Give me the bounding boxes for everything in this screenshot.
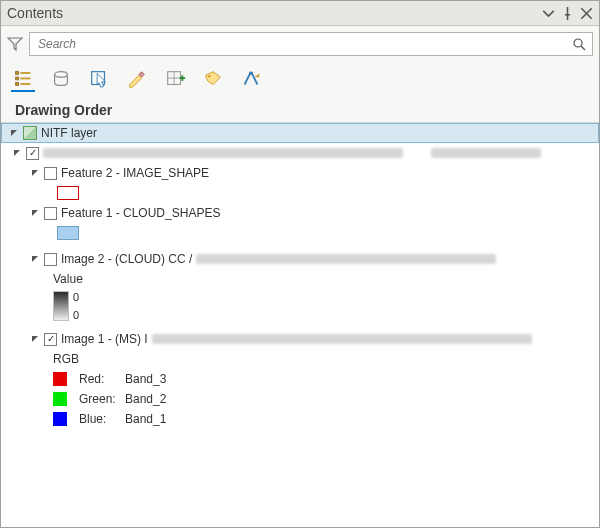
search-row [1,26,599,62]
svg-line-1 [581,46,585,50]
band-swatch-red [53,372,67,386]
rgb-composite-label: RGB [1,349,599,369]
band-channel: Green: [79,392,121,406]
band-row-red[interactable]: Red: Band_3 [1,369,599,389]
svg-point-8 [55,72,68,78]
group-layer-icon [23,126,37,140]
visibility-checkbox[interactable] [44,167,57,180]
symbol-swatch[interactable] [57,226,79,240]
tree-item-label: NITF layer [41,126,97,140]
search-icon[interactable] [572,37,586,51]
window-buttons [542,7,593,20]
tree-item-label: Image 1 - (MS) I [61,332,148,346]
visibility-checkbox[interactable] [44,207,57,220]
expand-icon[interactable] [29,334,40,345]
band-row-blue[interactable]: Blue: Band_1 [1,409,599,429]
band-row-green[interactable]: Green: Band_2 [1,389,599,409]
contents-pane: Contents [0,0,600,528]
tree-item-nitf-layer[interactable]: NITF layer [1,123,599,143]
list-by-drawing-order-button[interactable] [11,66,35,92]
tree-item-feature1[interactable]: Feature 1 - CLOUD_SHAPES [1,203,599,223]
search-input[interactable] [36,36,572,52]
section-title: Drawing Order [1,92,599,122]
svg-rect-2 [16,72,19,75]
pane-titlebar: Contents [1,1,599,26]
expand-icon[interactable] [11,148,22,159]
visibility-checkbox[interactable] [44,333,57,346]
symbology-swatch-row[interactable] [1,223,599,243]
svg-rect-6 [16,83,19,86]
pane-title: Contents [7,5,63,21]
band-swatch-blue [53,412,67,426]
band-swatch-green [53,392,67,406]
expand-icon[interactable] [29,208,40,219]
expand-icon[interactable] [29,168,40,179]
tree-item-image1[interactable]: Image 1 - (MS) I [1,329,599,349]
band-name: Band_1 [125,412,166,426]
contents-toolbar [1,62,599,92]
symbol-swatch[interactable] [57,186,79,200]
tree-item-label: Feature 2 - IMAGE_SHAPE [61,166,209,180]
color-ramp[interactable] [53,291,69,321]
filter-icon[interactable] [7,36,23,52]
svg-rect-4 [16,77,19,80]
list-by-editing-button[interactable] [125,66,149,92]
value-label: Value [53,272,83,286]
stretch-value-label: Value [1,269,599,289]
band-channel: Red: [79,372,121,386]
ramp-labels: 0 0 [73,291,79,321]
ramp-min: 0 [73,309,79,321]
pin-icon[interactable] [561,7,574,20]
list-by-perspective-button[interactable] [239,66,263,92]
ramp-max: 0 [73,291,79,303]
tree-item-label: Image 2 - (CLOUD) CC / [61,252,192,266]
visibility-checkbox[interactable] [26,147,39,160]
tree-item-feature2[interactable]: Feature 2 - IMAGE_SHAPE [1,163,599,183]
expand-icon[interactable] [8,128,19,139]
symbology-swatch-row[interactable] [1,183,599,203]
stretch-colorramp[interactable]: 0 0 [1,289,599,323]
svg-rect-17 [249,72,253,75]
list-by-selection-button[interactable] [87,66,111,92]
tree-item-label: Feature 1 - CLOUD_SHAPES [61,206,220,220]
tree-item-image2[interactable]: Image 2 - (CLOUD) CC / [1,249,599,269]
svg-point-16 [208,75,210,77]
band-channel: Blue: [79,412,121,426]
band-name: Band_2 [125,392,166,406]
list-by-labeling-button[interactable] [201,66,225,92]
band-name: Band_3 [125,372,166,386]
search-box[interactable] [29,32,593,56]
tree-item-dataset[interactable] [1,143,599,163]
expand-icon[interactable] [29,254,40,265]
composite-label: RGB [53,352,79,366]
svg-point-0 [574,39,582,47]
dropdown-icon[interactable] [542,7,555,20]
layer-tree: NITF layer Feature 2 - IMAGE_SHAPE [1,122,599,527]
visibility-checkbox[interactable] [44,253,57,266]
close-icon[interactable] [580,7,593,20]
list-by-snapping-button[interactable] [163,66,187,92]
list-by-source-button[interactable] [49,66,73,92]
